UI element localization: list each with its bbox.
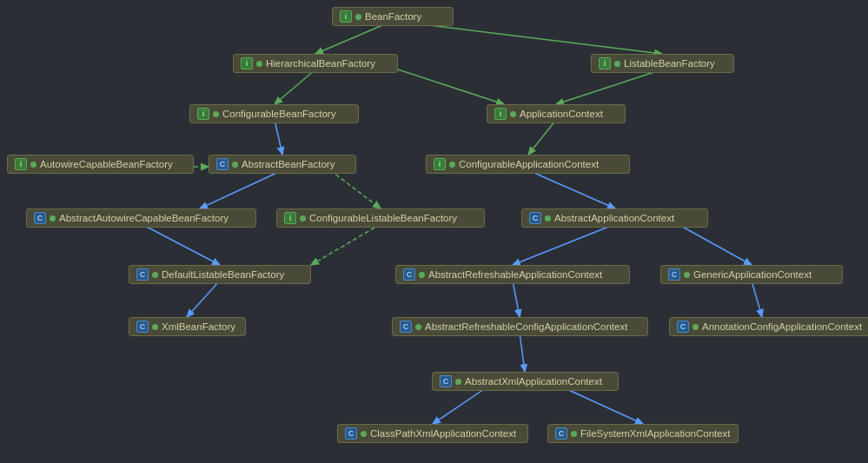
node-dot-AbstractRefreshableApplicationContext — [419, 272, 425, 278]
node-dot-FileSystemXmlApplicationContext — [571, 431, 577, 437]
node-FileSystemXmlApplicationContext[interactable]: CFileSystemXmlApplicationContext — [547, 424, 739, 443]
node-label-AbstractApplicationContext: AbstractApplicationContext — [554, 213, 674, 223]
node-label-ConfigurableApplicationContext: ConfigurableApplicationContext — [459, 159, 599, 169]
node-dot-DefaultListableBeanFactory — [152, 272, 158, 278]
node-AbstractAutowireCapableBeanFactory[interactable]: CAbstractAutowireCapableBeanFactory — [26, 208, 256, 228]
node-ClassPathXmlApplicationContext[interactable]: CClassPathXmlApplicationContext — [337, 424, 528, 443]
node-AutowireCapableBeanFactory[interactable]: iAutowireCapableBeanFactory — [7, 155, 194, 174]
svg-line-3 — [556, 69, 662, 104]
node-dot-AbstractAutowireCapableBeanFactory — [50, 215, 56, 222]
node-dot-AnnotationConfigApplicationContext — [692, 324, 699, 330]
svg-line-13 — [513, 224, 615, 265]
svg-line-5 — [275, 120, 282, 155]
node-label-FileSystemXmlApplicationContext: FileSystemXmlApplicationContext — [580, 428, 731, 439]
node-icon-AbstractApplicationContext: C — [529, 212, 541, 224]
node-dot-ListableBeanFactory — [614, 61, 620, 67]
node-label-DefaultListableBeanFactory: DefaultListableBeanFactory — [162, 269, 284, 280]
node-dot-ApplicationContext — [510, 111, 516, 117]
node-icon-ConfigurableApplicationContext: i — [434, 158, 446, 170]
node-icon-AbstractXmlApplicationContext: C — [440, 375, 452, 387]
node-GenericApplicationContext[interactable]: CGenericApplicationContext — [660, 265, 843, 284]
node-ListableBeanFactory[interactable]: iListableBeanFactory — [591, 54, 734, 73]
node-dot-ConfigurableListableBeanFactory — [300, 215, 306, 222]
node-icon-ClassPathXmlApplicationContext: C — [345, 427, 357, 440]
node-dot-ClassPathXmlApplicationContext — [361, 431, 367, 437]
node-icon-AbstractBeanFactory: C — [216, 158, 229, 170]
node-label-XmlBeanFactory: XmlBeanFactory — [162, 321, 235, 332]
node-dot-ConfigurableApplicationContext — [449, 162, 455, 168]
node-label-GenericApplicationContext: GenericApplicationContext — [693, 269, 812, 280]
node-dot-AbstractXmlApplicationContext — [455, 379, 461, 385]
svg-line-12 — [311, 224, 381, 265]
node-dot-AutowireCapableBeanFactory — [30, 162, 36, 168]
node-ConfigurableListableBeanFactory[interactable]: iConfigurableListableBeanFactory — [276, 208, 485, 228]
node-AbstractXmlApplicationContext[interactable]: CAbstractXmlApplicationContext — [432, 372, 619, 391]
node-label-ApplicationContext: ApplicationContext — [520, 109, 603, 119]
node-dot-AbstractRefreshableConfigApplicationContext — [415, 324, 421, 330]
svg-line-7 — [528, 120, 556, 155]
node-label-ListableBeanFactory: ListableBeanFactory — [624, 58, 715, 69]
svg-line-17 — [752, 281, 762, 317]
node-icon-ListableBeanFactory: i — [599, 57, 611, 69]
node-icon-AbstractRefreshableApplicationContext: C — [403, 268, 415, 281]
node-icon-ApplicationContext: i — [494, 108, 507, 120]
node-AbstractApplicationContext[interactable]: CAbstractApplicationContext — [521, 208, 708, 228]
svg-line-10 — [528, 170, 615, 208]
node-icon-ConfigurableBeanFactory: i — [197, 108, 209, 120]
svg-line-9 — [330, 170, 381, 208]
node-icon-DefaultListableBeanFactory: C — [136, 268, 149, 281]
svg-line-4 — [398, 69, 504, 104]
node-AbstractBeanFactory[interactable]: CAbstractBeanFactory — [209, 155, 356, 174]
svg-line-19 — [433, 387, 487, 424]
node-icon-HierarchicalBeanFactory: i — [241, 57, 253, 69]
node-label-ClassPathXmlApplicationContext: ClassPathXmlApplicationContext — [370, 428, 516, 439]
node-DefaultListableBeanFactory[interactable]: CDefaultListableBeanFactory — [129, 265, 311, 284]
node-label-AbstractAutowireCapableBeanFactory: AbstractAutowireCapableBeanFactory — [59, 213, 229, 223]
node-AbstractRefreshableApplicationContext[interactable]: CAbstractRefreshableApplicationContext — [395, 265, 630, 284]
node-dot-AbstractApplicationContext — [545, 215, 551, 222]
node-icon-AbstractRefreshableConfigApplicationContext: C — [400, 321, 412, 333]
node-label-HierarchicalBeanFactory: HierarchicalBeanFactory — [266, 58, 375, 69]
node-ConfigurableBeanFactory[interactable]: iConfigurableBeanFactory — [189, 104, 359, 123]
node-ApplicationContext[interactable]: iApplicationContext — [487, 104, 626, 123]
node-label-BeanFactory: BeanFactory — [365, 11, 421, 22]
node-AnnotationConfigApplicationContext[interactable]: CAnnotationConfigApplicationContext — [669, 317, 868, 336]
node-label-AbstractXmlApplicationContext: AbstractXmlApplicationContext — [465, 376, 602, 387]
node-ConfigurableApplicationContext[interactable]: iConfigurableApplicationContext — [426, 155, 630, 174]
node-icon-AutowireCapableBeanFactory: i — [15, 158, 27, 170]
node-dot-HierarchicalBeanFactory — [256, 61, 262, 67]
node-XmlBeanFactory[interactable]: CXmlBeanFactory — [129, 317, 246, 336]
node-label-ConfigurableListableBeanFactory: ConfigurableListableBeanFactory — [309, 213, 457, 223]
node-icon-AbstractAutowireCapableBeanFactory: C — [34, 212, 46, 224]
node-dot-XmlBeanFactory — [152, 324, 158, 330]
node-dot-AbstractBeanFactory — [232, 162, 238, 168]
node-BeanFactory[interactable]: iBeanFactory — [332, 7, 454, 26]
node-icon-BeanFactory: i — [340, 10, 352, 23]
connections-svg — [0, 0, 868, 463]
node-label-ConfigurableBeanFactory: ConfigurableBeanFactory — [222, 109, 335, 119]
node-AbstractRefreshableConfigApplicationContext[interactable]: CAbstractRefreshableConfigApplicationCon… — [392, 317, 648, 336]
node-icon-FileSystemXmlApplicationContext: C — [555, 427, 567, 440]
svg-line-11 — [142, 224, 220, 265]
node-label-AbstractBeanFactory: AbstractBeanFactory — [242, 159, 335, 169]
svg-line-14 — [678, 224, 752, 265]
svg-line-20 — [563, 387, 643, 424]
svg-line-8 — [200, 170, 282, 208]
node-label-AbstractRefreshableConfigApplicationContext: AbstractRefreshableConfigApplicationCont… — [425, 321, 627, 332]
node-HierarchicalBeanFactory[interactable]: iHierarchicalBeanFactory — [233, 54, 398, 73]
node-dot-ConfigurableBeanFactory — [213, 111, 219, 117]
node-label-AutowireCapableBeanFactory: AutowireCapableBeanFactory — [40, 159, 173, 169]
node-icon-XmlBeanFactory: C — [136, 321, 149, 333]
node-icon-AnnotationConfigApplicationContext: C — [677, 321, 689, 333]
node-icon-ConfigurableListableBeanFactory: i — [284, 212, 296, 224]
svg-line-16 — [513, 281, 520, 317]
node-label-AnnotationConfigApplicationContext: AnnotationConfigApplicationContext — [702, 321, 862, 332]
node-dot-BeanFactory — [355, 14, 361, 20]
node-icon-GenericApplicationContext: C — [668, 268, 680, 281]
svg-line-2 — [275, 69, 315, 104]
node-label-AbstractRefreshableApplicationContext: AbstractRefreshableApplicationContext — [428, 269, 602, 280]
svg-line-18 — [520, 333, 525, 372]
class-diagram: iBeanFactoryiHierarchicalBeanFactoryiLis… — [0, 0, 868, 463]
node-dot-GenericApplicationContext — [684, 272, 690, 278]
svg-line-15 — [187, 281, 220, 317]
